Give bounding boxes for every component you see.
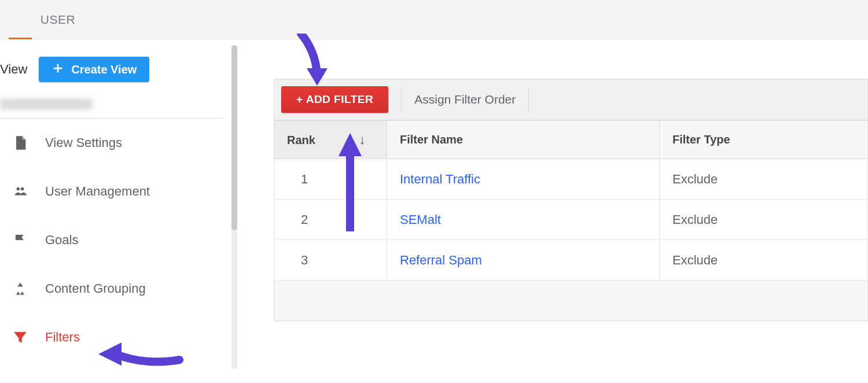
- cell-filter-name: Referral Spam: [387, 240, 660, 281]
- svg-point-1: [21, 187, 24, 191]
- side-nav: View Settings User Management Goals Cont…: [0, 119, 225, 362]
- cell-filter-type: Exclude: [660, 200, 868, 240]
- sidebar-item-label: Goals: [45, 233, 78, 248]
- sidebar-item-content-grouping[interactable]: Content Grouping: [0, 264, 225, 313]
- sidebar-item-view-settings[interactable]: View Settings: [0, 119, 225, 167]
- sidebar-item-label: Filters: [45, 330, 80, 345]
- filter-link[interactable]: Referral Spam: [400, 253, 482, 267]
- tab-user-label: USER: [41, 13, 75, 26]
- page-icon: [10, 135, 30, 151]
- users-icon: [10, 185, 30, 198]
- cell-rank: 3: [274, 240, 387, 281]
- cell-filter-name: Internal Traffic: [387, 159, 660, 200]
- column-header-filter-name-label: Filter Name: [400, 133, 463, 146]
- sidebar-item-filters[interactable]: Filters: [0, 313, 225, 362]
- sidebar: View Create View View Settings Us: [0, 39, 225, 383]
- assign-filter-order-link[interactable]: Assign Filter Order: [414, 86, 529, 113]
- column-header-filter-type-label: Filter Type: [672, 133, 730, 146]
- cell-filter-type: Exclude: [660, 159, 868, 200]
- cell-rank: 2: [274, 200, 387, 240]
- top-tab-bar: USER: [0, 0, 868, 39]
- table-row: 1 Internal Traffic Exclude: [274, 159, 868, 200]
- toolbar-divider: [401, 86, 402, 113]
- add-filter-button-label: + ADD FILTER: [296, 93, 373, 105]
- column-header-rank-label: Rank: [287, 134, 315, 146]
- funnel-icon: [10, 330, 30, 345]
- table-header-row: Rank ↓ Filter Name Filter Type: [274, 121, 868, 159]
- plus-icon: [52, 62, 64, 78]
- view-label: View: [0, 62, 27, 77]
- tab-user[interactable]: USER: [0, 13, 116, 27]
- filters-toolbar: + ADD FILTER Assign Filter Order: [274, 79, 868, 120]
- filters-table: Rank ↓ Filter Name Filter Type 1 Interna…: [274, 120, 868, 321]
- table-footer-cell: [274, 281, 868, 321]
- create-view-button-label: Create View: [71, 63, 137, 76]
- cell-filter-type: Exclude: [660, 240, 868, 281]
- svg-point-0: [17, 187, 20, 191]
- column-header-filter-name[interactable]: Filter Name: [387, 121, 660, 159]
- content: + ADD FILTER Assign Filter Order Rank ↓ …: [225, 39, 868, 383]
- cell-rank: 1: [274, 159, 387, 200]
- grouping-icon: [10, 281, 30, 297]
- sidebar-item-label: View Settings: [45, 135, 122, 150]
- column-header-rank[interactable]: Rank ↓: [274, 121, 387, 159]
- cell-filter-name: SEMalt: [387, 200, 660, 240]
- view-header: View Create View: [0, 39, 225, 91]
- add-filter-button[interactable]: + ADD FILTER: [281, 86, 388, 113]
- assign-filter-order-label: Assign Filter Order: [414, 93, 516, 106]
- create-view-button[interactable]: Create View: [39, 57, 149, 82]
- sidebar-item-goals[interactable]: Goals: [0, 216, 225, 264]
- scrollbar-thumb[interactable]: [231, 45, 237, 230]
- sidebar-item-user-management[interactable]: User Management: [0, 167, 225, 216]
- sidebar-item-label: Content Grouping: [45, 281, 146, 296]
- column-header-filter-type[interactable]: Filter Type: [660, 121, 868, 159]
- table-row: 3 Referral Spam Exclude: [274, 240, 868, 281]
- filter-link[interactable]: SEMalt: [400, 212, 441, 227]
- sidebar-item-label: User Management: [45, 184, 150, 199]
- filter-link[interactable]: Internal Traffic: [400, 172, 480, 186]
- table-footer-row: [274, 281, 868, 321]
- scrollbar[interactable]: [231, 45, 237, 369]
- redacted-text: [0, 98, 93, 110]
- table-row: 2 SEMalt Exclude: [274, 200, 868, 240]
- flag-icon: [10, 232, 30, 248]
- sort-arrow-icon: ↓: [359, 132, 365, 148]
